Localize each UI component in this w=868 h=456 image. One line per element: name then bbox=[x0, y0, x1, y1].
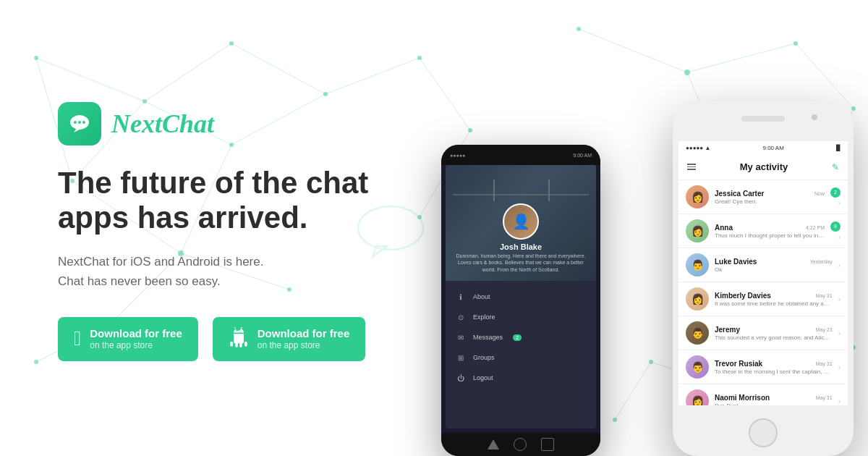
iphone-speaker bbox=[741, 116, 785, 122]
chat-item-trevor[interactable]: 👨 Trevor Rusiak May 31 To these in the m… bbox=[678, 350, 848, 384]
svg-point-52 bbox=[358, 206, 423, 250]
android-phone-mockup: ●●●●● 9:00 AM bbox=[441, 145, 600, 456]
android-menu-explore[interactable]: ⊙ Explore bbox=[446, 307, 596, 327]
jeremy-time: May 23 bbox=[816, 327, 833, 332]
iphone-mockup: ●●●●● ▲ 9:00 AM ▉ My activity ✎ bbox=[673, 101, 854, 456]
trevor-name: Trevor Rusiak bbox=[715, 360, 762, 368]
iphone-header: My activity ✎ bbox=[678, 154, 848, 180]
android-user-avatar: 👤 bbox=[503, 203, 539, 240]
app-tagline: The future of the chat apps has arrived. bbox=[58, 166, 383, 236]
chat-list: 👩 Jessica Carter Now Great! Cya then. 2 bbox=[678, 180, 848, 405]
jessica-avatar: 👩 bbox=[686, 185, 709, 208]
app-logo-icon bbox=[58, 102, 101, 145]
luke-name: Luke Davies bbox=[715, 258, 757, 266]
android-user-bio: Dunnman, human being. Here and there and… bbox=[446, 253, 596, 274]
android-menu-groups[interactable]: ⊞ Groups bbox=[446, 347, 596, 368]
jeremy-preview: This sounded a very good reason; and Ali… bbox=[715, 334, 833, 341]
android-user-name: Josh Blake bbox=[446, 242, 596, 251]
luke-preview: Ok bbox=[715, 266, 833, 273]
android-menu-logout[interactable]: ⏻ Logout bbox=[446, 368, 596, 388]
jessica-time: Now bbox=[814, 191, 825, 196]
app-name: NextChat bbox=[111, 109, 214, 139]
ios-download-button[interactable]:  Download for free on the app store bbox=[58, 317, 198, 361]
menu-explore-label: Explore bbox=[473, 313, 495, 321]
chat-item-jessica[interactable]: 👩 Jessica Carter Now Great! Cya then. 2 bbox=[678, 180, 848, 214]
iphone-signal: ●●●●● ▲ bbox=[686, 145, 710, 151]
menu-messages-label: Messages bbox=[473, 334, 503, 341]
iphone-battery: ▉ bbox=[836, 145, 841, 151]
app-subtext: NextChat for iOS and Android is here. Ch… bbox=[58, 252, 383, 291]
chat-item-kimberly[interactable]: 👩 Kimberly Davies May 31 It was some tim… bbox=[678, 282, 848, 316]
iphone-status-bar: ●●●●● ▲ 9:00 AM ▉ bbox=[678, 141, 848, 154]
android-signal: ●●●●● bbox=[450, 153, 465, 158]
back-button[interactable] bbox=[488, 439, 499, 449]
iphone-home-button[interactable] bbox=[749, 418, 778, 447]
ios-btn-main: Download for free bbox=[90, 327, 182, 340]
home-button[interactable] bbox=[514, 438, 527, 451]
android-btn-sub: on the app store bbox=[258, 340, 350, 350]
logo-row: NextChat bbox=[58, 102, 383, 145]
anna-avatar: 👩 bbox=[686, 219, 709, 242]
chat-item-anna[interactable]: 👩 Anna 4:22 PM Thus much I thought prope… bbox=[678, 214, 848, 248]
trevor-time: May 31 bbox=[816, 361, 833, 366]
luke-time: Yesterday bbox=[810, 259, 833, 264]
naomi-preview: Bye-Bye! bbox=[715, 402, 833, 406]
ios-btn-sub: on the app store bbox=[90, 340, 182, 350]
explore-icon: ⊙ bbox=[456, 312, 466, 322]
iphone-screen: ●●●●● ▲ 9:00 AM ▉ My activity ✎ bbox=[678, 141, 848, 405]
jessica-name: Jessica Carter bbox=[715, 190, 764, 198]
android-icon bbox=[229, 327, 249, 351]
logout-icon: ⏻ bbox=[456, 373, 466, 383]
anna-preview: Thus much I thought proper to tell you i… bbox=[715, 232, 825, 239]
anna-unread: 8 bbox=[830, 221, 841, 232]
naomi-avatar: 👩 bbox=[686, 389, 709, 405]
iphone-camera bbox=[812, 114, 817, 120]
apple-icon:  bbox=[74, 329, 81, 349]
trevor-avatar: 👨 bbox=[686, 355, 709, 379]
jeremy-name: Jeremy bbox=[715, 326, 740, 334]
svg-point-49 bbox=[74, 121, 77, 124]
svg-point-50 bbox=[78, 121, 81, 124]
android-menu-messages[interactable]: ✉ Messages 2 bbox=[446, 327, 596, 347]
phone-mockups: ●●●●● 9:00 AM bbox=[420, 0, 868, 456]
kimberly-avatar: 👩 bbox=[686, 287, 709, 311]
kimberly-name: Kimberly Davies bbox=[715, 292, 771, 300]
menu-logout-label: Logout bbox=[473, 374, 493, 381]
naomi-time: May 31 bbox=[816, 395, 833, 400]
android-download-button[interactable]: Download for free on the app store bbox=[213, 317, 366, 361]
chat-item-luke[interactable]: 👨 Luke Davies Yesterday Ok › bbox=[678, 248, 848, 282]
chat-item-naomi[interactable]: 👩 Naomi Morrison May 31 Bye-Bye! › bbox=[678, 384, 848, 405]
jessica-unread: 2 bbox=[830, 187, 841, 198]
jessica-preview: Great! Cya then. bbox=[715, 198, 825, 205]
anna-name: Anna bbox=[715, 224, 733, 232]
recents-button[interactable] bbox=[541, 438, 554, 451]
naomi-name: Naomi Morrison bbox=[715, 394, 770, 402]
messages-badge: 2 bbox=[513, 334, 522, 341]
anna-time: 4:22 PM bbox=[806, 225, 825, 230]
chat-item-jeremy[interactable]: 👨 Jeremy May 23 This sounded a very good… bbox=[678, 316, 848, 350]
about-icon: ℹ bbox=[456, 292, 466, 302]
android-btn-main: Download for free bbox=[258, 327, 350, 340]
android-menu: ℹ About ⊙ Explore ✉ Messages 2 bbox=[446, 281, 596, 394]
hamburger-icon[interactable] bbox=[687, 164, 696, 170]
android-nav-bar bbox=[441, 433, 600, 456]
speech-bubble-decoration bbox=[354, 203, 427, 263]
svg-point-51 bbox=[82, 121, 85, 124]
menu-groups-label: Groups bbox=[473, 354, 495, 361]
kimberly-time: May 31 bbox=[816, 293, 833, 298]
jeremy-avatar: 👨 bbox=[686, 321, 709, 345]
kimberly-preview: It was some time before he obtained any … bbox=[715, 300, 833, 307]
android-menu-about[interactable]: ℹ About bbox=[446, 287, 596, 307]
iphone-header-title: My activity bbox=[740, 161, 788, 172]
luke-avatar: 👨 bbox=[686, 253, 709, 276]
page-wrapper: NextChat The future of the chat apps has… bbox=[0, 0, 868, 456]
iphone-time: 9:00 AM bbox=[762, 145, 783, 151]
android-time: 9:00 AM bbox=[573, 153, 592, 158]
edit-icon[interactable]: ✎ bbox=[832, 162, 839, 172]
download-buttons:  Download for free on the app store Dow… bbox=[58, 317, 383, 361]
menu-about-label: About bbox=[473, 293, 490, 300]
groups-icon: ⊞ bbox=[456, 352, 466, 363]
trevor-preview: To these in the morning I sent the capta… bbox=[715, 368, 833, 375]
messages-icon: ✉ bbox=[456, 332, 466, 342]
